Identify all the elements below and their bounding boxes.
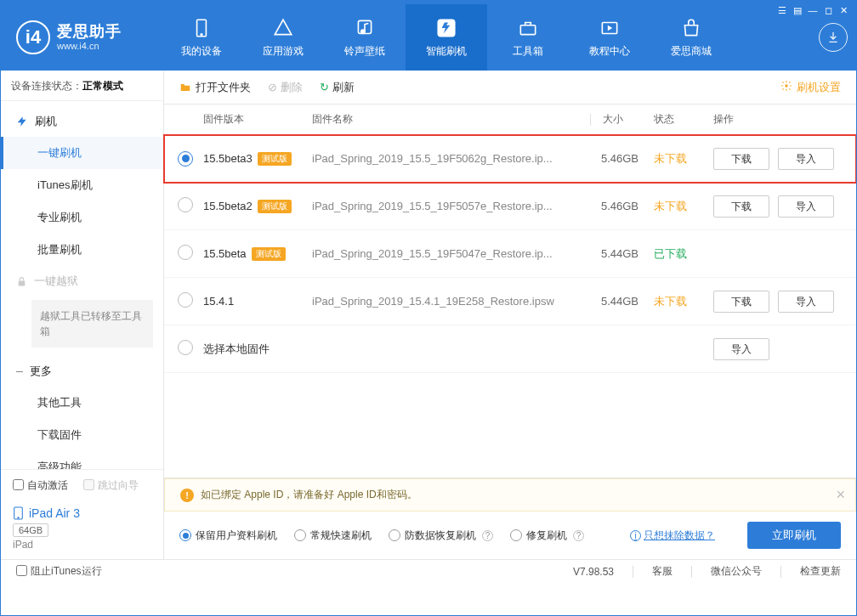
win-grid-icon[interactable]: ▤ [791, 3, 804, 17]
download-button[interactable]: 下载 [713, 291, 769, 313]
app-version: V7.98.53 [573, 566, 614, 578]
flash-now-button[interactable]: 立即刷机 [747, 522, 841, 549]
row-radio[interactable] [178, 197, 193, 212]
mydevice-icon [190, 17, 213, 39]
sidebar: 设备连接状态：正常模式 刷机 一键刷机iTunes刷机专业刷机批量刷机 一键越狱… [1, 71, 164, 559]
brand-title: 爱思助手 [57, 23, 122, 42]
fw-status: 未下载 [654, 151, 713, 167]
info-icon: i [630, 530, 641, 541]
firmware-row[interactable]: 选择本地固件 导入 [164, 325, 856, 373]
auto-activate-checkbox[interactable]: 自动激活 [13, 478, 68, 493]
fw-filename: iPad_Spring_2019_15.5_19F5062g_Restore.i… [312, 152, 594, 165]
alert-close-button[interactable]: × [836, 486, 845, 504]
firmware-row[interactable]: 15.4.1 iPad_Spring_2019_15.4.1_19E258_Re… [164, 278, 856, 325]
flash-settings-button[interactable]: 刷机设置 [780, 80, 841, 95]
row-radio[interactable] [178, 292, 193, 308]
col-size: 大小 [594, 112, 654, 127]
fw-filename: iPad_Spring_2019_15.5_19F5057e_Restore.i… [312, 200, 594, 212]
flash-icon [16, 116, 28, 127]
firmware-row[interactable]: 15.5beta2测试版 iPad_Spring_2019_15.5_19F50… [164, 183, 856, 230]
sidebar-group-flash[interactable]: 刷机 [1, 106, 163, 137]
col-name: 固件名称 [312, 112, 587, 127]
nav-ringtone[interactable]: 铃声壁纸 [324, 4, 406, 71]
sidebar-item-1[interactable]: iTunes刷机 [1, 169, 163, 201]
device-name[interactable]: iPad Air 3 [13, 506, 151, 520]
import-button[interactable]: 导入 [778, 148, 834, 170]
download-button[interactable]: 下载 [713, 148, 769, 170]
import-button[interactable]: 导入 [778, 291, 834, 313]
sidebar-item-0[interactable]: 一键刷机 [1, 137, 163, 169]
flash-mode-row: 保留用户资料刷机常规快速刷机防数据恢复刷机?修复刷机? i 只想抹除数据？ 立即… [164, 511, 856, 559]
flash-mode-3[interactable]: 修复刷机? [510, 528, 584, 543]
sidebar-group-more[interactable]: 更多 [1, 356, 163, 387]
mode-radio [294, 529, 306, 541]
svg-point-10 [785, 84, 788, 88]
refresh-button[interactable]: ↻ 刷新 [320, 80, 355, 95]
sidebar-item-2[interactable]: 专业刷机 [1, 201, 163, 234]
nav-mydevice[interactable]: 我的设备 [161, 4, 242, 71]
mode-radio [179, 529, 191, 541]
apple-id-alert: ! 如已绑定 Apple ID，请准备好 Apple ID和密码。 × [164, 478, 856, 511]
win-min-icon[interactable]: — [806, 3, 820, 17]
main: 打开文件夹 ⊘ 删除 ↻ 刷新 刷机设置 固件版本 [164, 71, 856, 559]
help-icon[interactable]: ? [573, 530, 584, 541]
flash-mode-2[interactable]: 防数据恢复刷机? [389, 528, 493, 543]
status-bar: 阻止iTunes运行 V7.98.53 客服 微信公众号 检查更新 [1, 559, 856, 583]
sidebar-group-jailbreak[interactable]: 一键越狱 [1, 266, 163, 297]
mode-radio [510, 529, 522, 541]
download-button[interactable]: 下载 [713, 195, 769, 218]
col-version: 固件版本 [203, 112, 312, 127]
beta-badge: 测试版 [252, 247, 286, 261]
status-link-wechat[interactable]: 微信公众号 [711, 564, 762, 579]
refresh-icon: ↻ [320, 81, 329, 93]
skip-guide-checkbox[interactable]: 跳过向导 [83, 478, 139, 493]
flash-mode-0[interactable]: 保留用户资料刷机 [179, 528, 277, 543]
fw-filename: iPad_Spring_2019_15.5_19F5047e_Restore.i… [312, 247, 594, 260]
erase-data-link[interactable]: i 只想抹除数据？ [630, 528, 715, 543]
nav-store[interactable]: 爱思商城 [650, 4, 732, 71]
connection-status: 设备连接状态：正常模式 [1, 71, 163, 101]
row-radio[interactable] [178, 151, 193, 167]
firmware-row[interactable]: 15.5beta3测试版 iPad_Spring_2019_15.5_19F50… [164, 135, 856, 183]
win-max-icon[interactable]: ◻ [821, 3, 835, 17]
tutorial-icon [599, 17, 621, 39]
block-itunes-checkbox[interactable]: 阻止iTunes运行 [16, 564, 102, 579]
beta-badge: 测试版 [258, 200, 292, 213]
status-link-update[interactable]: 检查更新 [800, 564, 841, 579]
appgame-icon [272, 17, 294, 39]
beta-badge: 测试版 [258, 152, 292, 166]
table-header: 固件版本 固件名称 大小 状态 操作 [164, 105, 856, 135]
help-icon[interactable]: ? [482, 530, 493, 541]
download-manager-button[interactable] [819, 23, 848, 52]
fw-status: 未下载 [654, 199, 713, 214]
svg-rect-5 [520, 25, 535, 34]
brand-subtitle: www.i4.cn [57, 41, 122, 52]
open-folder-button[interactable]: 打开文件夹 [179, 80, 251, 95]
logo-icon: i4 [16, 20, 50, 54]
sidebar-more-item-0[interactable]: 其他工具 [1, 387, 163, 419]
svg-rect-7 [19, 280, 26, 285]
fw-filename: iPad_Spring_2019_15.4.1_19E258_Restore.i… [312, 295, 594, 308]
flash-mode-1[interactable]: 常规快速刷机 [294, 528, 372, 543]
logo: i4 爱思助手 www.i4.cn [16, 20, 161, 54]
delete-button: ⊘ 删除 [268, 80, 303, 95]
row-radio[interactable] [178, 340, 193, 355]
import-button[interactable]: 导入 [778, 195, 834, 218]
nav-toolbox[interactable]: 工具箱 [487, 4, 569, 71]
win-menu-icon[interactable]: ☰ [775, 3, 789, 17]
collapse-icon [16, 368, 23, 375]
sidebar-item-3[interactable]: 批量刷机 [1, 234, 163, 266]
nav-tutorial[interactable]: 教程中心 [569, 4, 650, 71]
nav-flash[interactable]: 智能刷机 [406, 4, 487, 71]
win-close-icon[interactable]: ✕ [837, 3, 850, 17]
fw-version: 15.5beta2 [203, 200, 253, 212]
sidebar-more-item-1[interactable]: 下载固件 [1, 419, 163, 451]
import-button[interactable]: 导入 [713, 338, 769, 360]
firmware-row[interactable]: 15.5beta测试版 iPad_Spring_2019_15.5_19F504… [164, 230, 856, 278]
fw-status: 未下载 [654, 294, 713, 309]
svg-point-1 [201, 33, 202, 35]
status-link-support[interactable]: 客服 [652, 564, 673, 579]
sidebar-more-item-2[interactable]: 高级功能 [1, 451, 163, 469]
nav-appgame[interactable]: 应用游戏 [242, 4, 324, 71]
row-radio[interactable] [178, 245, 193, 260]
